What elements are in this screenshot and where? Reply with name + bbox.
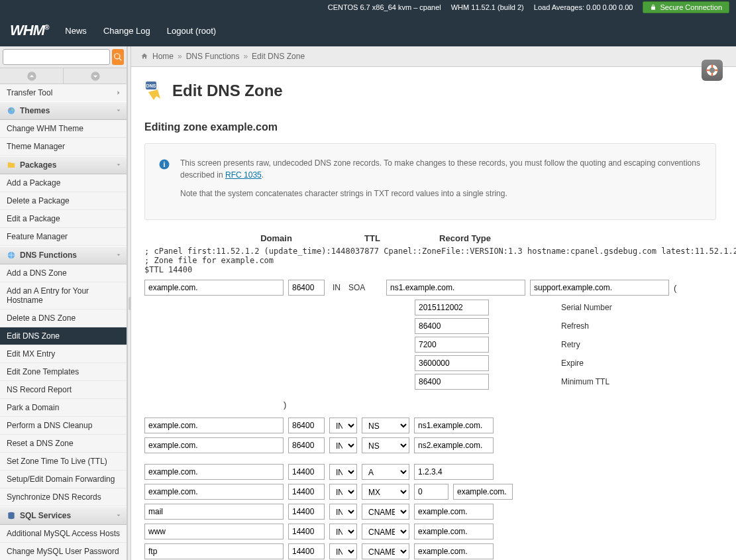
nav-logout[interactable]: Logout (root): [167, 26, 216, 36]
record-type-select[interactable]: NSAMXCNAMESOATXT: [362, 524, 409, 539]
sidebar-item-transfer-tool[interactable]: Transfer Tool: [0, 84, 127, 101]
sidebar-item-add-dns-zone[interactable]: Add a DNS Zone: [0, 264, 127, 282]
breadcrumb-dns[interactable]: DNS Functions: [186, 52, 240, 61]
help-button[interactable]: [702, 60, 723, 81]
record-type-select[interactable]: NSAMXCNAMESOATXT: [362, 543, 409, 559]
chevron-down-icon: [115, 107, 123, 115]
record-ttl-input[interactable]: [288, 524, 325, 539]
sidebar-item-edit-package[interactable]: Edit a Package: [0, 210, 127, 228]
home-icon: [140, 52, 148, 60]
sidebar-search-button[interactable]: [112, 49, 124, 65]
svg-point-8: [710, 68, 715, 73]
record-ttl-input[interactable]: [288, 504, 325, 520]
record-type-select[interactable]: NSAMXCNAMESOATXT: [362, 418, 409, 433]
record-domain-input[interactable]: [144, 504, 284, 520]
sidebar-item-delete-package[interactable]: Delete a Package: [0, 192, 127, 210]
sidebar-item-perform-cleanup[interactable]: Perform a DNS Cleanup: [0, 417, 127, 435]
soa-retry-input[interactable]: [415, 337, 489, 353]
record-ttl-input[interactable]: [288, 437, 325, 453]
record-ttl-input[interactable]: [288, 484, 325, 500]
record-domain-input[interactable]: [144, 484, 284, 500]
breadcrumb-home[interactable]: Home: [152, 52, 174, 61]
record-class-select[interactable]: IN: [329, 464, 357, 480]
sidebar-item-park-domain[interactable]: Park a Domain: [0, 399, 127, 417]
record-type-select[interactable]: NSAMXCNAMESOATXT: [362, 484, 409, 500]
record-class-select[interactable]: IN: [329, 484, 357, 500]
record-domain-input[interactable]: [144, 524, 284, 539]
sidebar-down-button[interactable]: [63, 68, 127, 84]
sidebar-item-domain-fwd[interactable]: Setup/Edit Domain Forwarding: [0, 471, 127, 488]
soa-ns-input[interactable]: [386, 280, 525, 296]
record-type-select[interactable]: NSAMXCNAMESOATXT: [362, 437, 409, 453]
sidebar-item-feature-manager[interactable]: Feature Manager: [0, 228, 127, 246]
palette-icon: [7, 106, 16, 115]
record-ttl-input[interactable]: [288, 464, 325, 480]
chevron-down-icon: [115, 161, 123, 169]
record-value-input[interactable]: [414, 464, 494, 480]
dns-record-row: INNSAMXCNAMESOATXT: [144, 484, 716, 500]
record-class-select[interactable]: IN: [329, 418, 357, 433]
sidebar-item-edit-mx-entry[interactable]: Edit MX Entry: [0, 345, 127, 363]
record-class-select[interactable]: IN: [329, 437, 357, 453]
nav-changelog[interactable]: Change Log: [103, 26, 150, 36]
record-value-input[interactable]: [414, 524, 494, 539]
sidebar-item-delete-dns-zone[interactable]: Delete a DNS Zone: [0, 309, 127, 327]
record-domain-input[interactable]: [144, 418, 284, 433]
sidebar-item-edit-dns-zone[interactable]: Edit DNS Zone: [0, 327, 127, 345]
sidebar-item-add-package[interactable]: Add a Package: [0, 174, 127, 192]
sidebar-item-reset-dns-zone[interactable]: Reset a DNS Zone: [0, 435, 127, 453]
sidebar-section-themes[interactable]: Themes: [0, 101, 127, 120]
sidebar-item-ns-record-report[interactable]: NS Record Report: [0, 381, 127, 399]
record-type-select[interactable]: NSAMXCNAMESOATXT: [362, 504, 409, 520]
dns-record-row: INNSAMXCNAMESOATXT: [144, 437, 716, 453]
record-value-input[interactable]: [414, 504, 494, 520]
record-value-input[interactable]: [414, 543, 494, 559]
sidebar-item-change-whm-theme[interactable]: Change WHM Theme: [0, 120, 127, 138]
sidebar-section-packages[interactable]: Packages: [0, 156, 127, 174]
sidebar-section-sql[interactable]: SQL Services: [0, 506, 127, 525]
record-class-select[interactable]: IN: [329, 504, 357, 520]
record-type-select[interactable]: NSAMXCNAMESOATXT: [362, 464, 409, 480]
sidebar-item-sync-dns[interactable]: Synchronize DNS Records: [0, 488, 127, 506]
status-whm: WHM 11.52.1 (build 2): [451, 3, 524, 11]
record-domain-input[interactable]: [144, 543, 284, 559]
soa-in-label: IN: [329, 283, 344, 292]
secure-connection-button[interactable]: Secure Connection: [643, 1, 729, 13]
column-headers: Domain TTL Record Type: [144, 233, 716, 243]
chevron-down-icon: [115, 251, 123, 259]
sidebar-item-edit-zone-templates[interactable]: Edit Zone Templates: [0, 363, 127, 381]
soa-serial-input[interactable]: [415, 300, 489, 315]
record-priority-input[interactable]: [414, 484, 448, 500]
soa-domain-input[interactable]: [144, 280, 284, 296]
soa-minttl-input[interactable]: [415, 374, 489, 390]
soa-expire-input[interactable]: [415, 355, 489, 371]
sidebar-section-dns[interactable]: DNS Functions: [0, 246, 127, 264]
svg-text:i: i: [164, 160, 166, 168]
header-record-type: Record Type: [419, 233, 511, 243]
soa-ttl-input[interactable]: [288, 280, 325, 296]
record-ttl-input[interactable]: [288, 543, 325, 559]
sidebar-item-add-a-entry[interactable]: Add an A Entry for Your Hostname: [0, 282, 127, 309]
nav-news[interactable]: News: [65, 26, 87, 36]
rfc-link[interactable]: RFC 1035: [225, 170, 262, 180]
sidebar-item-mysql-hosts[interactable]: Additional MySQL Access Hosts: [0, 525, 127, 543]
record-ttl-input[interactable]: [288, 418, 325, 433]
record-domain-input[interactable]: [144, 464, 284, 480]
soa-refresh-input[interactable]: [415, 318, 489, 334]
sidebar-search-input[interactable]: [3, 49, 110, 65]
info-icon: i: [158, 158, 170, 170]
whm-logo[interactable]: WHM®: [10, 22, 48, 39]
record-value-input[interactable]: [453, 484, 513, 500]
record-domain-input[interactable]: [144, 437, 284, 453]
record-value-input[interactable]: [414, 418, 494, 433]
sidebar-item-set-ttl[interactable]: Set Zone Time To Live (TTL): [0, 453, 127, 471]
record-class-select[interactable]: IN: [329, 543, 357, 559]
soa-email-input[interactable]: [530, 280, 669, 296]
sidebar-up-button[interactable]: [0, 68, 63, 84]
lock-icon: [650, 4, 657, 11]
record-class-select[interactable]: IN: [329, 524, 357, 539]
sidebar-item-theme-manager[interactable]: Theme Manager: [0, 138, 127, 156]
svg-point-2: [8, 107, 15, 115]
record-value-input[interactable]: [414, 437, 494, 453]
sidebar-item-mysql-passwd[interactable]: Change MySQL User Password: [0, 543, 127, 560]
